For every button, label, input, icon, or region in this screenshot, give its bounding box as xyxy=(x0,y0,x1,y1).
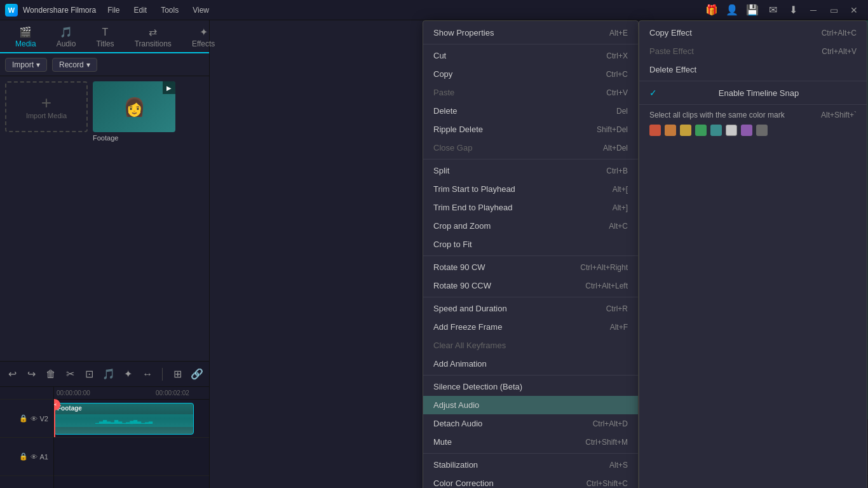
menu-tools[interactable]: Tools xyxy=(154,3,185,17)
media-item-footage[interactable]: 👩 ▶ Footage xyxy=(93,81,175,142)
cm-mute[interactable]: Mute Ctrl+Shift+M xyxy=(423,433,638,451)
cm-ripple-delete[interactable]: Ripple Delete Shift+Del xyxy=(423,120,638,139)
record-button[interactable]: Record ▾ xyxy=(52,58,97,72)
delete-button[interactable]: 🗑 xyxy=(44,365,58,383)
cm-paste-label: Paste xyxy=(433,88,454,97)
cm-silence-detection[interactable]: Silence Detection (Beta) xyxy=(423,377,638,396)
cm-show-properties[interactable]: Show Properties Alt+E xyxy=(423,24,638,42)
cm-stabilization[interactable]: Stabilization Alt+S xyxy=(423,456,638,474)
cm-trim-start[interactable]: Trim Start to Playhead Alt+[ xyxy=(423,180,638,198)
track-a-lock-icon: 🔒 xyxy=(19,452,28,461)
cm-trim-end[interactable]: Trim End to Playhead Alt+] xyxy=(423,198,638,217)
cm-adjust-audio-label: Adjust Audio xyxy=(433,400,479,410)
track-v2-label: V2 xyxy=(40,415,48,423)
sm-delete-effect[interactable]: Delete Effect xyxy=(639,60,867,79)
timeline-panel: ↩ ↪ 🗑 ✂ ⊡ 🎵 ✦ ↔ ⊞ 🔗 🔒 👁 V2 xyxy=(0,361,209,488)
track-a1-label: A1 xyxy=(40,453,48,461)
cm-sep-2 xyxy=(423,159,638,159)
cm-trim-end-shortcut: Alt+] xyxy=(613,203,628,212)
sm-sep-1 xyxy=(639,81,867,81)
color-mark-white[interactable] xyxy=(726,125,737,136)
tab-titles[interactable]: T Titles xyxy=(86,23,124,53)
cm-cut[interactable]: Cut Ctrl+X xyxy=(423,46,638,65)
cm-rotate-cw[interactable]: Rotate 90 CW Ctrl+Alt+Right xyxy=(423,258,638,276)
sm-color-marks-section: Select all clips with the same color mar… xyxy=(639,107,867,140)
tab-media-label: Media xyxy=(15,39,36,48)
cm-crop-fit[interactable]: Crop to Fit xyxy=(423,235,638,254)
tab-audio-label: Audio xyxy=(57,39,76,48)
sm-copy-effect[interactable]: Copy Effect Ctrl+Alt+C xyxy=(639,24,867,42)
context-menu-wrapper: Show Properties Alt+E Cut Ctrl+X Copy Ct… xyxy=(423,20,867,488)
cm-adjust-audio[interactable]: Adjust Audio xyxy=(423,396,638,414)
sm-color-swatches xyxy=(649,125,857,136)
undo-button[interactable]: ↩ xyxy=(5,365,19,383)
effects-tool-button[interactable]: ✦ xyxy=(121,365,135,383)
cm-sep-1 xyxy=(423,44,638,44)
import-chevron-icon: ▾ xyxy=(36,60,40,69)
cm-split[interactable]: Split Ctrl+B xyxy=(423,161,638,180)
cm-split-shortcut: Ctrl+B xyxy=(606,166,628,175)
menu-view[interactable]: View xyxy=(186,3,215,17)
crop-button[interactable]: ⊡ xyxy=(83,365,97,383)
import-media-placeholder[interactable]: + Import Media xyxy=(5,81,88,132)
minimize-button[interactable]: ─ xyxy=(804,3,822,18)
cm-crop-zoom[interactable]: Crop and Zoom Alt+C xyxy=(423,217,638,235)
color-mark-yellow[interactable] xyxy=(680,125,691,136)
track-visible-icon: 👁 xyxy=(31,415,37,423)
cm-show-properties-shortcut: Alt+E xyxy=(609,29,628,37)
color-mark-orange[interactable] xyxy=(665,125,676,136)
cm-speed-duration[interactable]: Speed and Duration Ctrl+R xyxy=(423,299,638,318)
record-label: Record xyxy=(59,60,84,69)
sm-check-icon: ✓ xyxy=(649,88,657,98)
context-menu: Show Properties Alt+E Cut Ctrl+X Copy Ct… xyxy=(423,20,639,488)
mail-icon[interactable]: ✉ xyxy=(764,3,782,18)
cm-copy[interactable]: Copy Ctrl+C xyxy=(423,65,638,83)
cm-delete-label: Delete xyxy=(433,106,458,116)
import-button[interactable]: Import ▾ xyxy=(5,58,47,72)
color-mark-teal[interactable] xyxy=(710,125,722,136)
timeline-toolbar: ↩ ↪ 🗑 ✂ ⊡ 🎵 ✦ ↔ ⊞ 🔗 xyxy=(0,362,209,387)
app-title: Wondershare Filmora xyxy=(23,6,96,15)
sm-copy-effect-label: Copy Effect xyxy=(649,28,692,37)
media-icon: 🎬 xyxy=(19,26,32,38)
cm-delete[interactable]: Delete Del xyxy=(423,102,638,120)
cm-cut-shortcut: Ctrl+X xyxy=(606,51,628,60)
app-logo: W xyxy=(5,4,18,17)
playhead[interactable]: ✂ xyxy=(54,400,55,437)
cut-button[interactable]: ✂ xyxy=(63,365,77,383)
maximize-button[interactable]: ▭ xyxy=(825,3,843,18)
user-icon[interactable]: 👤 xyxy=(723,3,741,18)
cm-add-animation[interactable]: Add Animation xyxy=(423,355,638,373)
color-mark-green[interactable] xyxy=(695,125,707,136)
cm-trim-end-label: Trim End to Playhead xyxy=(433,203,513,212)
cm-rotate-ccw[interactable]: Rotate 90 CCW Ctrl+Alt+Left xyxy=(423,276,638,295)
menu-file[interactable]: File xyxy=(101,3,126,17)
cm-detach-audio[interactable]: Detach Audio Ctrl+Alt+D xyxy=(423,414,638,433)
cm-color-correction[interactable]: Color Correction Ctrl+Shift+C xyxy=(423,474,638,488)
cm-crop-fit-label: Crop to Fit xyxy=(433,240,472,249)
audio-tools-button[interactable]: 🎵 xyxy=(102,365,116,383)
download-icon[interactable]: ⬇ xyxy=(784,3,802,18)
transform-button[interactable]: ↔ xyxy=(140,365,154,383)
menu-edit[interactable]: Edit xyxy=(128,3,154,17)
snap-button[interactable]: ⊞ xyxy=(170,365,184,383)
timeline-tracks: 🔒 👁 V2 🔒 👁 A1 00:00:00:00 00:00:02:02 xyxy=(0,387,209,488)
cm-sep-3 xyxy=(423,255,638,256)
redo-button[interactable]: ↪ xyxy=(24,365,38,383)
video-clip-footage[interactable]: Footage ▁▃▅▃▂▅▃▁▂▄▅▃▁▂▃ xyxy=(54,403,194,435)
sm-enable-snap[interactable]: ✓ Enable Timeline Snap xyxy=(639,83,867,102)
cm-ripple-delete-label: Ripple Delete xyxy=(433,125,483,134)
color-mark-purple[interactable] xyxy=(741,125,752,136)
cm-freeze-frame[interactable]: Add Freeze Frame Alt+F xyxy=(423,318,638,336)
close-button[interactable]: ✕ xyxy=(845,3,863,18)
save-icon[interactable]: 💾 xyxy=(743,3,761,18)
gift-icon[interactable]: 🎁 xyxy=(703,3,721,18)
color-mark-gray[interactable] xyxy=(756,125,768,136)
titlebar: W Wondershare Filmora File Edit Tools Vi… xyxy=(0,0,868,20)
tab-transitions[interactable]: ⇄ Transitions xyxy=(125,22,182,53)
link-button[interactable]: 🔗 xyxy=(190,365,204,383)
tab-audio[interactable]: 🎵 Audio xyxy=(46,22,86,53)
tab-media[interactable]: 🎬 Media xyxy=(5,22,46,53)
cm-rotate-ccw-label: Rotate 90 CCW xyxy=(433,281,491,290)
color-mark-red[interactable] xyxy=(649,125,661,136)
